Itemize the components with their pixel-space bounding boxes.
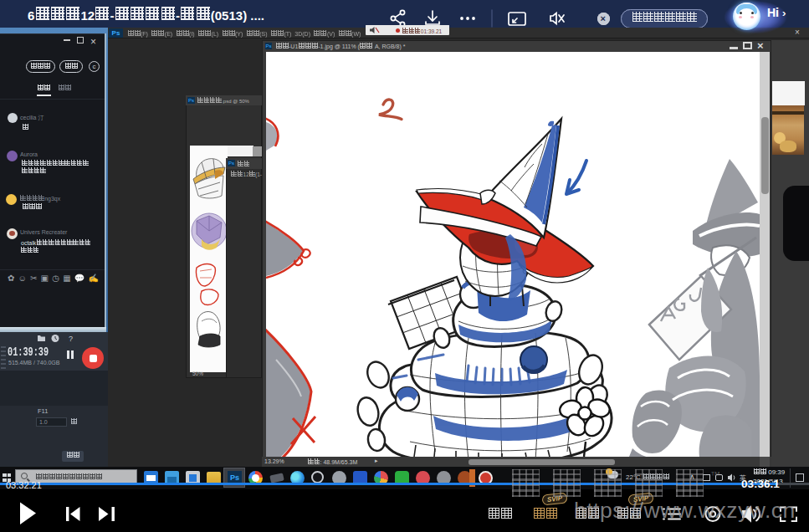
svg-text:?: ? <box>69 335 73 343</box>
